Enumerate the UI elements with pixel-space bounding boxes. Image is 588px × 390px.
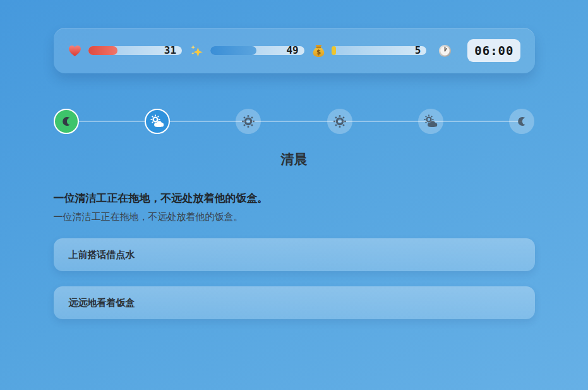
- timeline-stage-night: [509, 109, 534, 134]
- timeline-stage-noon: [236, 109, 261, 134]
- health-bar-fill: [88, 46, 117, 55]
- energy-stat: 49: [189, 44, 304, 58]
- health-value: 31: [164, 46, 176, 56]
- timeline-stage-afternoon: [327, 109, 352, 134]
- money-bar-fill: [332, 46, 337, 55]
- timeline-stage-morning: [145, 109, 170, 134]
- sun-icon: [333, 114, 347, 128]
- svg-text:$: $: [316, 49, 321, 56]
- money-bar: 5: [332, 46, 427, 55]
- sun-cloud-icon: [423, 114, 438, 129]
- time-display: 06:00: [467, 39, 520, 62]
- health-stat: 31: [68, 44, 183, 58]
- moon-icon: [515, 115, 528, 128]
- energy-bar-fill: [210, 46, 256, 55]
- day-timeline: [54, 109, 535, 134]
- timeline-stage-dawn: [54, 109, 79, 134]
- money-stat: $ 5: [312, 44, 427, 58]
- health-bar: 31: [88, 46, 183, 55]
- status-bar: 31 49 $: [54, 28, 535, 73]
- clock-icon: [438, 44, 452, 58]
- sun-cloud-icon: [150, 114, 165, 129]
- clock-wrap: [438, 44, 452, 58]
- event-description: 一位清洁工正在拖地，不远处放着他的饭盒。: [54, 210, 535, 224]
- choice-list: 上前搭话借点水 远远地看着饭盒: [54, 238, 535, 319]
- heart-icon: [68, 44, 82, 58]
- choice-button-watch[interactable]: 远远地看着饭盒: [54, 286, 535, 319]
- money-value: 5: [415, 46, 421, 56]
- energy-value: 49: [286, 46, 298, 56]
- sparkles-icon: [189, 44, 204, 58]
- choice-button-talk[interactable]: 上前搭话借点水: [54, 238, 535, 271]
- event-title: 一位清洁工正在拖地，不远处放着他的饭盒。: [54, 191, 535, 206]
- sun-icon: [241, 114, 255, 128]
- timeline-stage-evening: [418, 109, 443, 134]
- timeline-line: [66, 121, 522, 122]
- energy-bar: 49: [210, 46, 304, 55]
- game-screen: 31 49 $: [54, 28, 535, 319]
- moon-icon: [60, 115, 73, 128]
- scene-title: 清晨: [54, 150, 535, 168]
- money-bag-icon: $: [312, 44, 325, 58]
